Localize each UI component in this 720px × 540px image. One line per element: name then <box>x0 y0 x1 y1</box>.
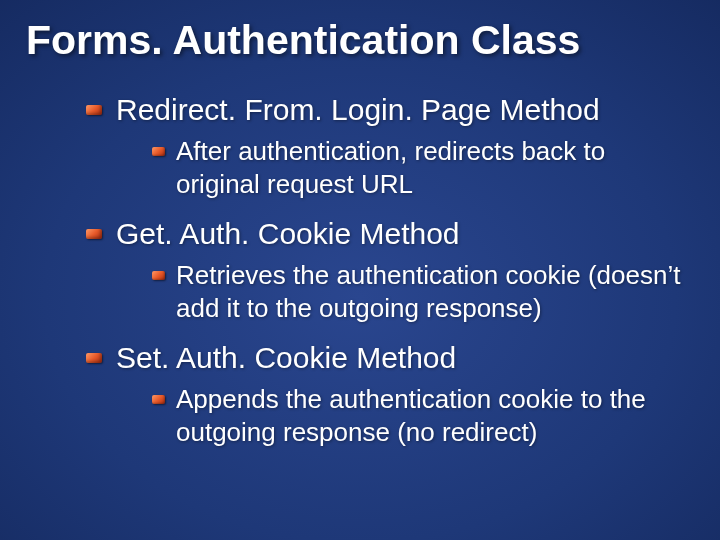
item-label: After authentication, redirects back to … <box>176 135 694 202</box>
bullet-icon <box>152 271 165 280</box>
bullet-list-level2: After authentication, redirects back to … <box>152 135 694 202</box>
slide: Forms. Authentication Class Redirect. Fr… <box>0 0 720 540</box>
bullet-icon <box>86 105 102 115</box>
bullet-icon <box>152 395 165 404</box>
list-item: Appends the authentication cookie to the… <box>152 383 694 450</box>
item-label: Set. Auth. Cookie Method <box>116 339 694 377</box>
bullet-icon <box>86 229 102 239</box>
slide-title: Forms. Authentication Class <box>26 18 694 63</box>
item-label: Get. Auth. Cookie Method <box>116 215 694 253</box>
bullet-list-level2: Retrieves the authentication cookie (doe… <box>152 259 694 326</box>
list-item: Redirect. From. Login. Page Method After… <box>86 91 694 201</box>
item-label: Retrieves the authentication cookie (doe… <box>176 259 694 326</box>
list-item: Set. Auth. Cookie Method Appends the aut… <box>86 339 694 449</box>
item-label: Redirect. From. Login. Page Method <box>116 91 694 129</box>
bullet-icon <box>152 147 165 156</box>
bullet-list-level1: Redirect. From. Login. Page Method After… <box>86 91 694 449</box>
list-item: Retrieves the authentication cookie (doe… <box>152 259 694 326</box>
list-item: Get. Auth. Cookie Method Retrieves the a… <box>86 215 694 325</box>
item-label: Appends the authentication cookie to the… <box>176 383 694 450</box>
list-item: After authentication, redirects back to … <box>152 135 694 202</box>
bullet-icon <box>86 353 102 363</box>
bullet-list-level2: Appends the authentication cookie to the… <box>152 383 694 450</box>
